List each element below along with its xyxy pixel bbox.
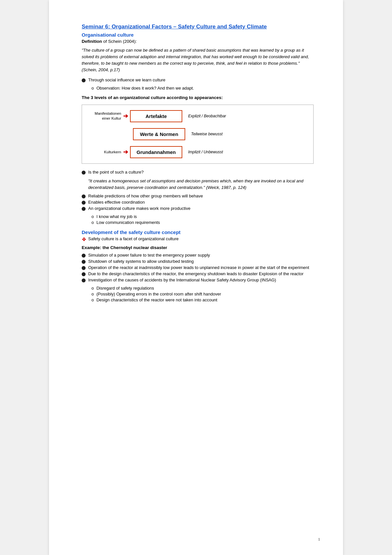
bullet-dot-9 bbox=[82, 272, 86, 276]
bullet-coordination: Enables effective coordination bbox=[82, 200, 314, 205]
diagram-row-grundannahmen: Kulturkern ➔ Grundannahmen Implizit / Un… bbox=[89, 146, 307, 158]
bullet-dot-3 bbox=[82, 194, 86, 198]
bullet-social-influence: Through social influence we learn cultur… bbox=[82, 77, 314, 82]
bullet-dot-6 bbox=[82, 254, 86, 258]
bullet-insag: Investigation of the causes of accidents… bbox=[82, 278, 314, 282]
bullet-dot-4 bbox=[82, 201, 86, 205]
sub-bullet-operating-errors: (Possibly) Operating errors in the contr… bbox=[91, 292, 314, 296]
productive-subs: I know what my job is Low communication … bbox=[91, 214, 314, 225]
point-bullets: Is the point of such a culture? bbox=[82, 170, 314, 175]
chernobyl-bullets: Simulation of a power failure to test th… bbox=[82, 253, 314, 282]
section1-heading: Organisational culture bbox=[82, 32, 314, 38]
bullet-reliable: Reliable predictions of how other group … bbox=[82, 193, 314, 198]
sub-bullets-observation: Observation: How does it work? And then … bbox=[91, 86, 314, 91]
definition-label: Definition of Schein (2004): bbox=[82, 39, 314, 44]
bullet-dot bbox=[82, 78, 86, 82]
bullet-shutdown: Shutdown of safety systems to allow undi… bbox=[82, 259, 314, 264]
page-number: 1 bbox=[318, 537, 320, 542]
diagram-left-label-1: Manifestationeneiner Kultur bbox=[89, 111, 121, 121]
bullet-dot-10 bbox=[82, 278, 86, 282]
levels-heading: The 3 levels of an organizational cultur… bbox=[82, 95, 314, 100]
diagram-right-label-1: Explizit / Beobachtbar bbox=[188, 114, 226, 118]
bullet-operation: Operation of the reactor at inadmissibly… bbox=[82, 265, 314, 270]
section2-heading: Development of the safety culture concep… bbox=[82, 229, 314, 235]
schein-quote: "The culture of a group can now be defin… bbox=[82, 47, 314, 74]
diagram-box-artefakte: Artefakte bbox=[130, 110, 182, 122]
diamond-icon: ❖ bbox=[82, 236, 86, 243]
culture-levels-diagram: Manifestationeneiner Kultur ➔ Artefakte … bbox=[82, 105, 314, 164]
bullet-point-culture: Is the point of such a culture? bbox=[82, 170, 314, 175]
bullet-simulation: Simulation of a power failure to test th… bbox=[82, 253, 314, 258]
diagram-right-label-2: Teilweise bewusst bbox=[191, 132, 222, 136]
sub-bullet-observation: Observation: How does it work? And then … bbox=[91, 86, 314, 91]
further-bullets: Reliable predictions of how other group … bbox=[82, 193, 314, 211]
insag-subs: Disregard of safety regulations (Possibl… bbox=[91, 286, 314, 302]
bullet-dot-5 bbox=[82, 207, 86, 211]
culture-bullets: Through social influence we learn cultur… bbox=[82, 77, 314, 82]
arrow-icon-1: ➔ bbox=[123, 112, 128, 120]
bullet-productive: An organizational culture makes work mor… bbox=[82, 206, 314, 211]
diagram-row-artefakte: Manifestationeneiner Kultur ➔ Artefakte … bbox=[89, 110, 307, 122]
diagram-right-label-3: Implizit / Unbewusst bbox=[188, 150, 223, 154]
diagram-row-werte: Werte & Normen Teilweise bewusst bbox=[89, 128, 307, 140]
bullet-dot-8 bbox=[82, 266, 86, 270]
weick-quote: "It creates a homogeneous set of assumpt… bbox=[88, 178, 314, 191]
bullet-dot-2 bbox=[82, 171, 86, 175]
diagram-box-grundannahmen: Grundannahmen bbox=[130, 146, 182, 158]
safety-culture-bullet: ❖ Safety culture is a facet of organizat… bbox=[82, 236, 314, 243]
sub-bullet-job: I know what my job is bbox=[91, 214, 314, 219]
example-heading: Example: the Chernobyl nuclear disaster bbox=[82, 245, 314, 250]
sub-bullet-communication: Low communication requirements bbox=[91, 220, 314, 225]
arrow-icon-3: ➔ bbox=[123, 148, 128, 156]
sub-bullet-design-chars: Design characteristics of the reactor we… bbox=[91, 297, 314, 302]
bullet-dot-7 bbox=[82, 260, 86, 264]
diagram-box-werte: Werte & Normen bbox=[133, 128, 185, 140]
seminar-title: Seminar 6: Organizational Factors – Safe… bbox=[82, 24, 314, 30]
diagram-left-label-3: Kulturkern bbox=[89, 150, 121, 155]
bullet-design: Due to the design characteristics of the… bbox=[82, 271, 314, 276]
sub-bullet-disregard: Disregard of safety regulations bbox=[91, 286, 314, 291]
page: Seminar 6: Organizational Factors – Safe… bbox=[49, 0, 343, 555]
